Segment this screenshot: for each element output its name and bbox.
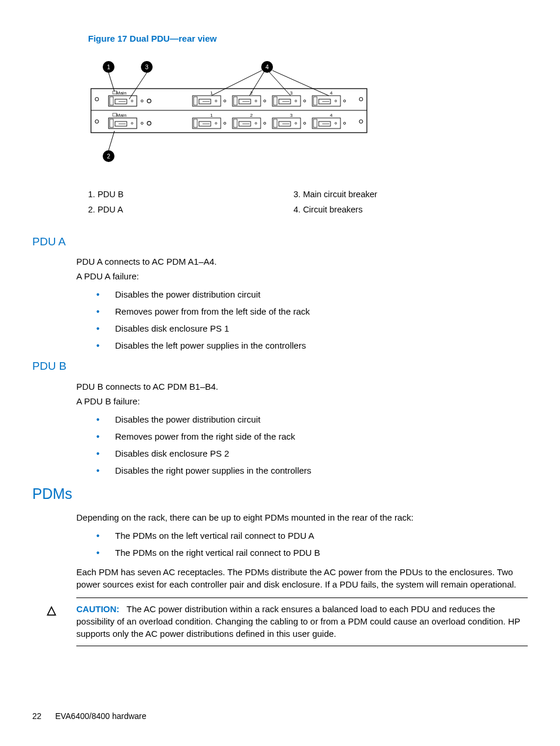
list-item: Removes power from from the left side of… [88, 305, 528, 318]
svg-rect-73 [232, 118, 261, 129]
svg-point-90 [343, 122, 346, 124]
svg-text:1: 1 [210, 90, 213, 96]
body-text: A PDU A failure: [76, 270, 528, 282]
svg-rect-43 [274, 97, 277, 105]
svg-line-5 [129, 73, 147, 99]
svg-line-10 [109, 131, 114, 150]
legend-text: Circuit breakers [303, 205, 363, 214]
heading-pdms: PDMs [32, 484, 528, 504]
pdu-diagram: 1 3 4 2 Main 1234 [88, 59, 528, 171]
svg-point-15 [95, 120, 99, 123]
svg-point-23 [131, 100, 133, 102]
svg-line-8 [269, 72, 291, 96]
svg-rect-68 [194, 119, 197, 127]
svg-rect-86 [313, 119, 317, 127]
svg-text:3: 3 [290, 90, 293, 96]
footer-title: EVA6400/8400 hardware [55, 711, 146, 721]
svg-text:2: 2 [250, 90, 253, 96]
svg-point-46 [295, 100, 297, 102]
list-item: Disables the power distribution circuit [88, 413, 528, 426]
svg-point-34 [215, 100, 217, 102]
page-footer: 22 EVA6400/8400 hardware [32, 711, 146, 723]
legend-num: 3. [294, 190, 301, 199]
svg-rect-42 [272, 96, 301, 106]
legend-num: 2. [88, 205, 95, 214]
callout-3: 3 [145, 64, 149, 70]
svg-text:4: 4 [330, 90, 333, 96]
svg-point-77 [255, 123, 257, 124]
pdu-b-bullets: Disables the power distribution circuit … [88, 413, 528, 477]
svg-rect-80 [274, 119, 277, 127]
svg-line-9 [272, 70, 329, 96]
body-text: PDU B connects to AC PDM B1–B4. [76, 380, 528, 393]
list-item: The PDMs on the left vertical rail conne… [88, 529, 528, 542]
body-text: Each PDM has seven AC receptacles. The P… [76, 566, 528, 590]
legend-num: 4. [294, 205, 301, 214]
svg-rect-36 [232, 96, 261, 106]
legend-text: PDU B [97, 190, 123, 199]
figure-legend: 1. PDU B 2. PDU A 3. Main circuit breake… [88, 188, 528, 220]
body-text: Depending on the rack, there can be up t… [76, 511, 528, 524]
pdu-a-bullets: Disables the power distribution circuit … [88, 288, 528, 352]
figure-title: Figure 17 Dual PDU—rear view [88, 32, 528, 45]
svg-point-47 [303, 100, 306, 102]
svg-rect-67 [193, 118, 221, 129]
svg-text:4: 4 [330, 113, 333, 118]
svg-text:Main: Main [116, 113, 126, 118]
heading-pdu-b: PDU B [32, 359, 528, 374]
list-item: The PDMs on the right vertical rail conn… [88, 546, 528, 559]
svg-point-84 [303, 122, 306, 124]
body-text: PDU A connects to AC PDM A1–A4. [76, 255, 528, 268]
svg-rect-55 [110, 119, 113, 127]
svg-point-16 [359, 120, 363, 123]
svg-line-6 [211, 70, 262, 96]
svg-point-25 [147, 99, 151, 103]
caution-box: △ CAUTION: The AC power distribution wit… [76, 598, 528, 646]
svg-point-78 [264, 122, 266, 124]
svg-rect-85 [312, 118, 340, 129]
svg-point-14 [359, 97, 363, 101]
svg-point-89 [335, 123, 337, 124]
svg-rect-74 [234, 119, 237, 127]
svg-rect-17 [109, 96, 137, 106]
svg-rect-30 [193, 96, 221, 106]
list-item: Disables the right power supplies in the… [88, 464, 528, 477]
svg-point-60 [131, 123, 133, 124]
svg-text:3: 3 [290, 113, 293, 118]
svg-rect-37 [234, 97, 237, 105]
page-number: 22 [32, 711, 53, 723]
heading-pdu-a: PDU A [32, 234, 528, 250]
legend-num: 1. [88, 190, 95, 199]
svg-rect-49 [313, 97, 317, 105]
list-item: Disables the power distribution circuit [88, 288, 528, 301]
svg-rect-54 [109, 118, 137, 129]
caution-label: CAUTION: [76, 604, 119, 614]
svg-point-13 [95, 97, 99, 101]
svg-rect-31 [194, 97, 197, 105]
svg-point-35 [224, 100, 226, 102]
body-text: A PDU B failure: [76, 395, 528, 407]
svg-point-62 [147, 121, 151, 125]
svg-rect-48 [312, 96, 340, 106]
svg-point-61 [141, 122, 143, 124]
legend-text: Main circuit breaker [303, 190, 377, 199]
callout-4: 4 [265, 64, 269, 70]
list-item: Disables the left power supplies in the … [88, 339, 528, 352]
list-item: Disables disk enclosure PS 1 [88, 322, 528, 335]
svg-text:2: 2 [250, 113, 253, 118]
list-item: Removes power from the right side of the… [88, 430, 528, 443]
callout-1: 1 [107, 64, 110, 70]
svg-point-52 [335, 100, 337, 102]
svg-rect-79 [272, 118, 301, 129]
svg-point-40 [255, 100, 257, 102]
svg-point-24 [141, 100, 143, 102]
svg-point-83 [295, 123, 297, 124]
svg-point-71 [215, 123, 217, 124]
svg-text:Main: Main [116, 90, 126, 96]
list-item: Disables disk enclosure PS 2 [88, 447, 528, 460]
caution-text: The AC power distribution within a rack … [76, 604, 520, 639]
pdms-bullets: The PDMs on the left vertical rail conne… [88, 529, 528, 559]
svg-text:1: 1 [210, 113, 213, 118]
svg-point-41 [264, 100, 266, 102]
svg-point-72 [224, 122, 226, 124]
